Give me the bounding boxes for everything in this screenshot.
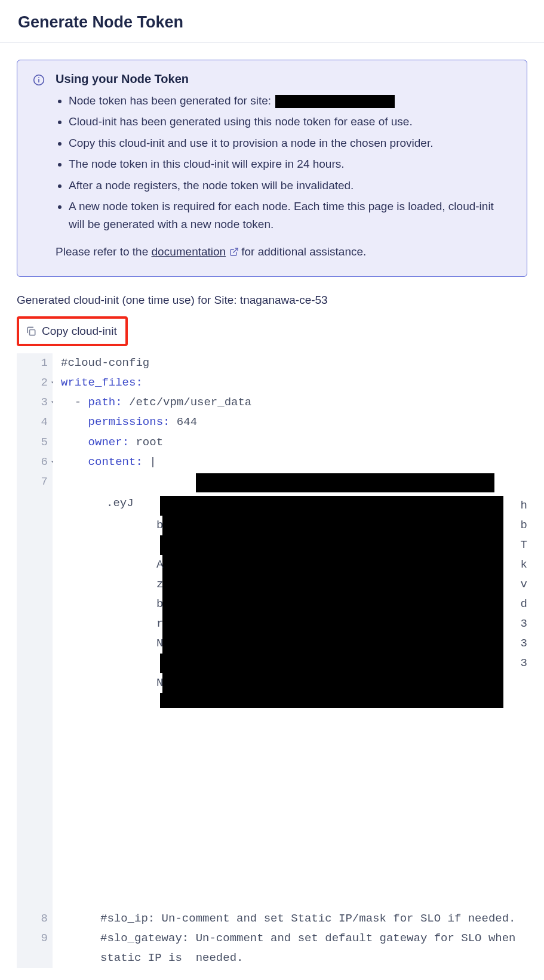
code-line: 4 permissions: 644 — [17, 412, 527, 432]
redacted-token-block — [160, 496, 503, 708]
line-number: 7 — [41, 472, 48, 492]
line-number: 6 — [41, 452, 48, 472]
site-name-value: tnaganawa-ce-53 — [240, 294, 328, 306]
generated-label: Generated cloud-init (one time use) for … — [17, 294, 527, 307]
redacted-token-block — [196, 473, 494, 492]
info-banner-title: Using your Node Token — [56, 72, 511, 86]
info-banner-footer: Please refer to the documentation for ad… — [56, 244, 511, 262]
line-number: 8 — [41, 909, 48, 929]
documentation-link[interactable]: documentation — [152, 245, 226, 258]
code-line: 5 owner: root — [17, 433, 527, 452]
code-line: 7 token: .eyJ b A z b r N N h b T — [17, 472, 527, 909]
token-fragment: .eyJ — [106, 494, 134, 513]
code-line: 8 #slo_ip: Un-comment and set Static IP/… — [17, 909, 527, 929]
line-number: 3 — [41, 393, 48, 412]
line-number: 2 — [41, 373, 48, 393]
line-number: 1 — [41, 353, 48, 373]
info-item: The node token in this cloud-init will e… — [69, 155, 511, 172]
info-icon — [33, 72, 45, 86]
copy-cloud-init-button[interactable]: Copy cloud-init — [17, 316, 128, 346]
page-title: Generate Node Token — [18, 13, 526, 32]
code-line: 3▾ - path: /etc/vpm/user_data — [17, 393, 527, 412]
copy-button-label: Copy cloud-init — [42, 325, 117, 338]
code-line: 1 #cloud-config — [17, 353, 527, 373]
line-number: 4 — [41, 412, 48, 432]
copy-icon — [25, 325, 37, 337]
line-number: 5 — [41, 433, 48, 452]
info-banner: Using your Node Token Node token has bee… — [17, 60, 527, 277]
code-line: 9 #slo_gateway: Un-comment and set defau… — [17, 929, 527, 969]
svg-rect-4 — [30, 329, 35, 335]
external-link-icon — [229, 245, 239, 262]
info-banner-list: Node token has been generated for site: … — [56, 92, 511, 233]
info-item: After a node registers, the node token w… — [69, 177, 511, 194]
code-line: 6▾ content: | — [17, 452, 527, 472]
info-item: Cloud-init has been generated using this… — [69, 113, 511, 130]
info-item: Copy this cloud-init and use it to provi… — [69, 134, 511, 152]
redacted-site-name — [275, 95, 395, 108]
page-header: Generate Node Token — [0, 0, 544, 43]
line-number: 9 — [41, 929, 48, 948]
svg-line-3 — [233, 248, 238, 252]
cloud-init-code-block[interactable]: 1 #cloud-config 2▾ write_files: 3▾ - pat… — [17, 353, 527, 969]
info-item: A new node token is required for each no… — [69, 198, 511, 233]
svg-point-2 — [38, 77, 39, 78]
info-item: Node token has been generated for site: — [69, 92, 511, 109]
code-line: 2▾ write_files: — [17, 373, 527, 393]
